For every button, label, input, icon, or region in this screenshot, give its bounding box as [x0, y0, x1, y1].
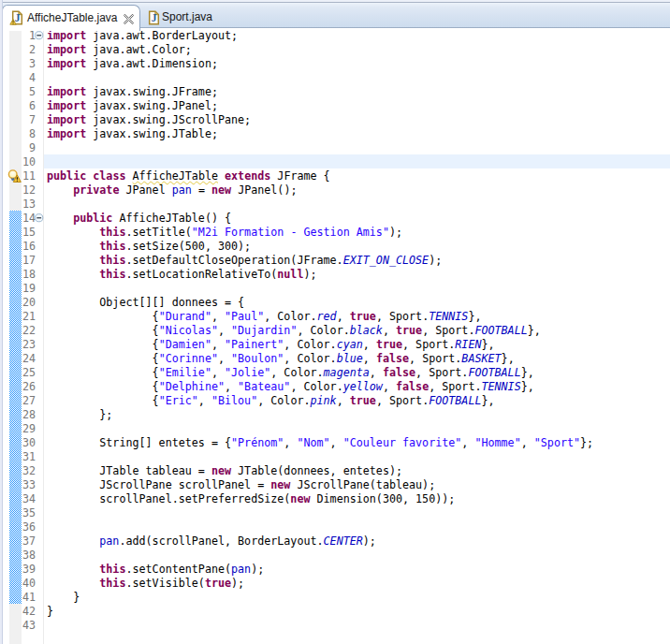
tab-label: Sport.java [162, 6, 212, 29]
code-line[interactable]: Object[][] donnees = { [44, 295, 670, 309]
code-line[interactable]: pan.add(scrollPanel, BorderLayout.CENTER… [44, 534, 670, 548]
fold-collapse-icon[interactable] [35, 31, 44, 40]
code-line[interactable]: this.setContentPane(pan); [44, 562, 670, 576]
code-line[interactable]: } [44, 590, 670, 604]
code-line-row: 9 [0, 140, 670, 154]
code-line-row: 41 } [0, 590, 670, 604]
line-number: 40 [0, 577, 36, 591]
code-line-row: 4 [0, 70, 670, 84]
code-line-row: 31 [0, 449, 670, 463]
line-number: 18 [0, 268, 36, 282]
line-number: 23 [0, 338, 36, 352]
line-number: 35 [0, 506, 36, 520]
code-line[interactable] [44, 281, 670, 295]
code-line[interactable] [44, 505, 670, 520]
code-line[interactable] [44, 449, 670, 463]
code-line[interactable] [44, 140, 670, 154]
line-number: 24 [0, 352, 36, 366]
code-line[interactable]: this.setSize(500, 300); [44, 239, 670, 253]
line-number: 41 [0, 591, 36, 605]
eclipse-editor-window: J AfficheJTable.java J Sport.java 1impor… [0, 0, 670, 644]
line-number: 19 [0, 282, 36, 296]
tab-affichejtable[interactable]: J AfficheJTable.java [2, 5, 140, 31]
code-line[interactable]: {"Corinne", "Boulon", Color.blue, false,… [44, 351, 670, 365]
code-line[interactable]: import javax.swing.JScrollPane; [44, 112, 670, 126]
code-line[interactable]: {"Nicolas", "Dujardin", Color.black, tru… [44, 323, 670, 337]
code-line-row: 27 {"Eric", "Bilou", Color.pink, true, S… [0, 393, 670, 407]
code-line-row: 42} [0, 604, 670, 618]
line-number: 30 [0, 436, 36, 450]
code-line[interactable]: this.setTitle("M2i Formation - Gestion A… [44, 225, 670, 239]
code-line[interactable] [44, 154, 670, 168]
line-number: 38 [0, 549, 36, 563]
code-line[interactable] [44, 548, 670, 562]
code-line[interactable]: public AfficheJTable() { [44, 211, 670, 225]
window-frame-top [0, 0, 670, 2]
code-line[interactable]: String[] entetes = {"Prénom", "Nom", "Co… [44, 435, 670, 449]
tab-sport[interactable]: J Sport.java [141, 6, 224, 30]
line-number: 34 [0, 492, 36, 506]
code-line[interactable]: import java.awt.Dimension; [44, 56, 670, 70]
line-number: 27 [0, 394, 36, 408]
code-line[interactable] [44, 421, 670, 435]
line-number: 7 [0, 113, 36, 127]
warning-quickfix-icon [7, 169, 22, 183]
code-line[interactable]: import javax.swing.JPanel; [44, 98, 670, 112]
code-line[interactable]: } [44, 604, 670, 618]
code-line-row: 36 [0, 520, 670, 534]
line-number: 8 [0, 127, 36, 141]
fold-collapse-icon[interactable] [35, 213, 44, 223]
code-line[interactable]: {"Durand", "Paul", Color.red, true, Spor… [44, 309, 670, 323]
code-line[interactable]: import java.awt.Color; [44, 42, 670, 56]
line-number: 32 [0, 464, 36, 478]
code-editor: 1import java.awt.BorderLayout;2import ja… [0, 28, 670, 644]
code-line-row: 37 pan.add(scrollPanel, BorderLayout.CEN… [0, 534, 670, 548]
code-line-row: 7import javax.swing.JScrollPane; [0, 112, 670, 126]
code-line-row: 6import javax.swing.JPanel; [0, 98, 670, 112]
code-line[interactable]: }; [44, 407, 670, 421]
line-number: 1 [0, 29, 36, 43]
line-number: 29 [0, 422, 36, 436]
code-line-row: 43 [0, 618, 670, 632]
code-line-row: 5import javax.swing.JFrame; [0, 84, 670, 98]
line-number: 20 [0, 296, 36, 310]
code-line[interactable]: this.setDefaultCloseOperation(JFrame.EXI… [44, 253, 670, 267]
java-file-icon: J [146, 10, 161, 25]
code-line[interactable]: scrollPanel.setPreferredSize(new Dimensi… [44, 491, 670, 505]
code-line[interactable] [44, 197, 670, 211]
code-line[interactable]: {"Delphine", "Bateau", Color.yellow, fal… [44, 379, 670, 393]
code-line-row: 29 [0, 421, 670, 435]
code-line-row: 3import java.awt.Dimension; [0, 56, 670, 70]
tab-label: AfficheJTable.java [27, 6, 118, 30]
code-line[interactable]: this.setLocationRelativeTo(null); [44, 267, 670, 281]
code-line-row: 28 }; [0, 407, 670, 421]
svg-text:J: J [152, 12, 157, 23]
line-number: 15 [0, 226, 36, 240]
code-line-row: 11public class AfficheJTable extends JFr… [0, 168, 670, 183]
close-icon[interactable] [124, 14, 134, 24]
code-line[interactable]: private JPanel pan = new JPanel(); [44, 183, 670, 197]
code-line[interactable]: JScrollPane scrollPanel = new JScrollPan… [44, 477, 670, 491]
editor-tab-bar: J AfficheJTable.java J Sport.java [0, 2, 670, 28]
code-line[interactable]: import javax.swing.JTable; [44, 126, 670, 140]
code-line-row: 2import java.awt.Color; [0, 42, 670, 56]
code-line[interactable] [44, 618, 670, 632]
code-line[interactable] [44, 70, 670, 84]
code-line-row: 38 [0, 548, 670, 562]
code-line[interactable]: {"Eric", "Bilou", Color.pink, true, Spor… [44, 393, 670, 407]
code-line[interactable]: this.setVisible(true); [44, 576, 670, 590]
code-line[interactable]: {"Damien", "Painert", Color.cyan, true, … [44, 337, 670, 351]
code-line-row: 10 [0, 154, 670, 168]
code-line[interactable]: JTable tableau = new JTable(donnees, ent… [44, 463, 670, 477]
code-line-row: 30 String[] entetes = {"Prénom", "Nom", … [0, 435, 670, 449]
code-line[interactable]: import javax.swing.JFrame; [44, 84, 670, 98]
code-line[interactable] [44, 520, 670, 534]
code-line[interactable]: {"Emilie", "Jolie", Color.magenta, false… [44, 365, 670, 379]
code-line[interactable]: public class AfficheJTable extends JFram… [44, 168, 670, 183]
code-line-row: 15 this.setTitle("M2i Formation - Gestio… [0, 225, 670, 239]
code-line-row: 22 {"Nicolas", "Dujardin", Color.black, … [0, 323, 670, 337]
line-number: 10 [0, 155, 36, 169]
line-number: 33 [0, 478, 36, 492]
code-line-row: 8import javax.swing.JTable; [0, 126, 670, 140]
line-number: 22 [0, 324, 36, 338]
